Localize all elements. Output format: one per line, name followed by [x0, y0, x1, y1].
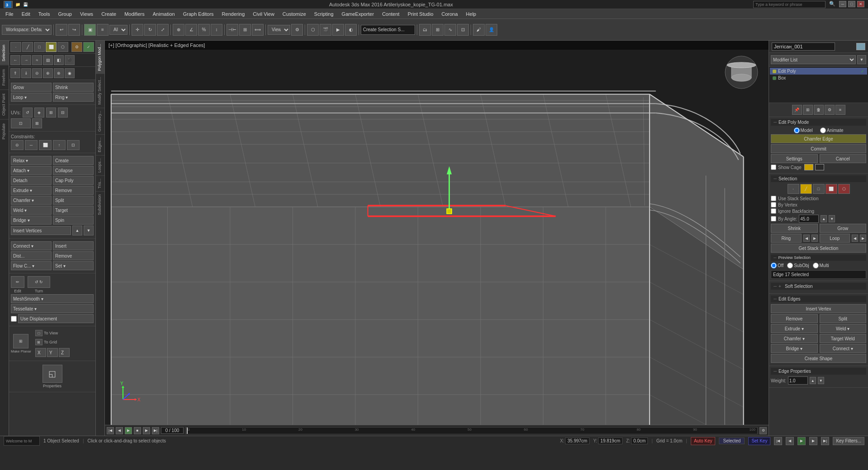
menu-civil-view[interactable]: Civil View — [249, 10, 278, 18]
bridge-rp-btn[interactable]: Bridge — [771, 344, 818, 353]
layer-manager-button[interactable]: ⊞ — [432, 24, 443, 36]
create-shape-btn[interactable]: Create Shape — [771, 354, 866, 363]
settings-button[interactable]: Settings — [771, 154, 818, 163]
preview-subobj-radio[interactable]: SubObj — [787, 263, 809, 268]
collapse-button[interactable]: Collapse — [53, 166, 94, 175]
loop-prev[interactable]: ◀ — [852, 235, 858, 242]
x-value[interactable]: 35.997cm — [565, 437, 590, 444]
status-prev-key[interactable]: ◀ — [786, 437, 794, 445]
freeform-btn-6[interactable]: ◉ — [65, 68, 75, 78]
constraint-local[interactable]: ⊡ — [67, 140, 80, 150]
detach-button[interactable]: Detach — [11, 176, 52, 185]
loop-sel-button[interactable]: Loop — [820, 234, 850, 243]
insert-vertices-button[interactable]: Insert Vertices — [11, 226, 71, 235]
relax-button[interactable]: Relax — [11, 156, 52, 165]
menu-corona[interactable]: Corona — [438, 10, 462, 18]
settings-mode-btn[interactable]: ⚙ — [71, 42, 82, 52]
undo-button[interactable]: ↩ — [56, 24, 67, 36]
render-setup-button[interactable]: 🎬 — [320, 24, 331, 36]
remove-edge-btn[interactable]: Remove — [771, 314, 818, 323]
viewport-canvas[interactable]: X Y — [105, 41, 769, 436]
set-key-button[interactable]: Set Key — [748, 437, 770, 445]
to-view-icon[interactable]: □ — [35, 330, 42, 336]
turn-icon[interactable]: ↺ ↻ — [28, 276, 50, 288]
play-button[interactable]: ▶ — [125, 427, 132, 434]
get-stack-selection-button[interactable]: Get Stack Selection — [771, 244, 866, 253]
constraint-none[interactable]: ⊝ — [11, 140, 24, 150]
menu-rendering[interactable]: Rendering — [218, 10, 249, 18]
view-dropdown[interactable]: View — [268, 25, 290, 35]
poly-vtab-edges[interactable]: Edges... — [96, 134, 104, 155]
sel-edge-btn[interactable]: ╱ — [800, 184, 812, 194]
scale-button[interactable]: ⤢ — [157, 24, 169, 36]
poly-vtab-polygon-mod[interactable]: Polygon Mod... — [96, 41, 104, 74]
select-object-button[interactable]: ▣ — [84, 24, 96, 36]
spinner-snap-button[interactable]: ↕ — [211, 24, 222, 36]
by-angle-input[interactable] — [799, 215, 819, 223]
modifier-list-dropdown[interactable]: Modifier List — [771, 55, 856, 64]
animate-radio[interactable]: Animate — [820, 127, 844, 133]
insert-loop-button[interactable]: Insert — [53, 241, 94, 250]
object-name-input[interactable] — [772, 42, 835, 51]
playhead[interactable] — [187, 428, 188, 434]
insert-up-btn[interactable]: ▲ — [72, 226, 82, 235]
align-y-button[interactable]: Y — [47, 348, 58, 357]
selection-section-title[interactable]: Selection — [771, 175, 866, 182]
align-button[interactable]: ⊞ — [239, 24, 251, 36]
shrink-sel-button[interactable]: Shrink — [771, 224, 818, 233]
angle-snap-button[interactable]: ∠ — [185, 24, 197, 36]
loop-next[interactable]: ▶ — [860, 235, 866, 242]
align-x-button[interactable]: X — [35, 348, 46, 357]
redo-button[interactable]: ↪ — [68, 24, 80, 36]
vertex-mode-btn[interactable]: · — [10, 42, 21, 52]
selection-filter-dropdown[interactable]: All — [109, 25, 127, 35]
loop-button[interactable]: Loop — [11, 93, 52, 102]
uv-btn-3[interactable]: ⊞ — [46, 108, 56, 118]
freeform-btn-2[interactable]: ⇓ — [21, 68, 31, 78]
menu-scripting[interactable]: Scripting — [311, 10, 337, 18]
view-settings-button[interactable]: ⚙ — [291, 24, 303, 36]
connect-remove-button[interactable]: Remove — [53, 251, 94, 260]
model-radio[interactable]: Model — [794, 127, 813, 133]
check-mode-btn[interactable]: ✓ — [83, 42, 94, 52]
preview-multi-radio[interactable]: Multi — [813, 263, 829, 268]
create-button[interactable]: Create — [53, 156, 94, 165]
menu-content[interactable]: Content — [378, 10, 403, 18]
icon-btn-2[interactable]: → — [21, 55, 31, 65]
snaps-toggle-button[interactable]: ⊕ — [173, 24, 184, 36]
dist-button[interactable]: Dist... — [11, 251, 52, 260]
border-mode-btn[interactable]: □ — [34, 42, 45, 52]
menu-views[interactable]: Views — [76, 10, 97, 18]
use-displacement-button[interactable]: Use Displacement — [18, 314, 94, 323]
edge-mode-btn[interactable]: ╱ — [22, 42, 33, 52]
make-planar-icon[interactable]: ⊞ — [13, 334, 28, 348]
extrude-edge-btn[interactable]: Extrude — [771, 324, 818, 333]
status-play[interactable]: ▶ — [797, 437, 806, 445]
key-filters-button[interactable]: Key Filters... — [833, 437, 864, 445]
schematic-view-button[interactable]: ⊡ — [457, 24, 469, 36]
edit-icon[interactable]: ✏ — [11, 276, 24, 288]
close-button[interactable]: ✕ — [857, 1, 864, 7]
poly-vtab-subdivision[interactable]: Subdivision — [96, 191, 104, 218]
menu-create[interactable]: Create — [98, 10, 120, 18]
menu-gameexporter[interactable]: GameExporter — [338, 10, 378, 18]
navigation-gizmo[interactable] — [723, 54, 760, 90]
extrude-button[interactable]: Extrude — [11, 186, 52, 195]
quick-align-button[interactable]: ⟺ — [252, 24, 264, 36]
maximize-button[interactable]: □ — [848, 1, 855, 7]
attach-button[interactable]: Attach — [11, 166, 52, 175]
by-angle-checkbox[interactable] — [771, 216, 776, 221]
chamfer-button[interactable]: Chamfer — [11, 196, 52, 205]
uv-btn-4[interactable]: ⊟ — [58, 108, 68, 118]
split-button[interactable]: Split — [53, 196, 94, 205]
render-button[interactable]: ▶ — [332, 24, 344, 36]
scene-explorer-button[interactable]: 🗂 — [419, 24, 431, 36]
menu-print-studio[interactable]: Print Studio — [404, 10, 437, 18]
next-frame-button[interactable]: ▶ — [143, 427, 150, 434]
freeform-btn-4[interactable]: ⊕ — [43, 68, 53, 78]
preview-off-radio[interactable]: Off — [771, 263, 783, 268]
menu-modifiers[interactable]: Modifiers — [121, 10, 148, 18]
more-modifier-btn[interactable]: ≡ — [835, 105, 845, 115]
config-modifier-btn[interactable]: ⚙ — [825, 105, 835, 115]
constraint-normal[interactable]: ↑ — [53, 140, 66, 150]
